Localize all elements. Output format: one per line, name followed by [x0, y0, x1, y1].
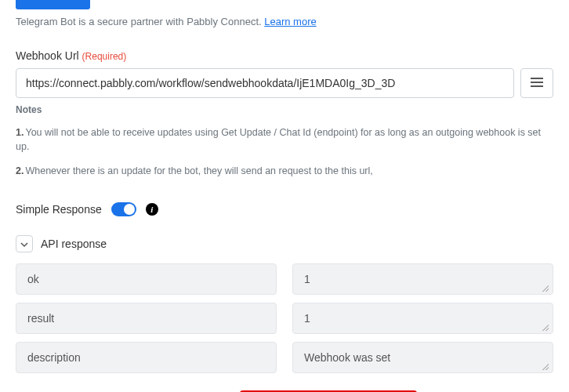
api-value-cell[interactable]: 1 [292, 263, 553, 295]
simple-response-label: Simple Response [16, 203, 102, 216]
api-key-cell[interactable]: description [16, 342, 277, 373]
info-icon[interactable]: i [146, 203, 158, 216]
chevron-down-icon [20, 238, 28, 250]
note-1: 1.You will not be able to receive update… [16, 126, 553, 154]
webhook-url-label: Webhook Url (Required) [16, 49, 553, 62]
api-response-collapse-button[interactable] [16, 235, 33, 252]
api-response-label: API response [41, 238, 107, 250]
notes-heading: Notes [16, 104, 553, 115]
webhook-menu-button[interactable] [520, 68, 553, 98]
intro-static: Telegram Bot is a secure partner with Pa… [16, 16, 262, 27]
required-tag: (Required) [82, 51, 127, 62]
hamburger-icon [530, 77, 544, 90]
api-key-cell[interactable]: result [16, 303, 277, 334]
api-response-grid: ok 1 result 1 description Webhook was se… [16, 263, 553, 373]
intro-text: Telegram Bot is a secure partner with Pa… [16, 16, 553, 27]
simple-response-toggle[interactable] [111, 202, 136, 216]
webhook-url-input[interactable] [16, 68, 514, 98]
api-value-cell[interactable]: 1 [292, 303, 553, 334]
note-2: 2.Whenever there is an update for the bo… [16, 165, 553, 179]
top-button-stub[interactable] [16, 0, 90, 9]
api-value-cell[interactable]: Webhook was set [292, 342, 553, 373]
api-key-cell[interactable]: ok [16, 263, 277, 295]
learn-more-link[interactable]: Learn more [264, 16, 316, 27]
